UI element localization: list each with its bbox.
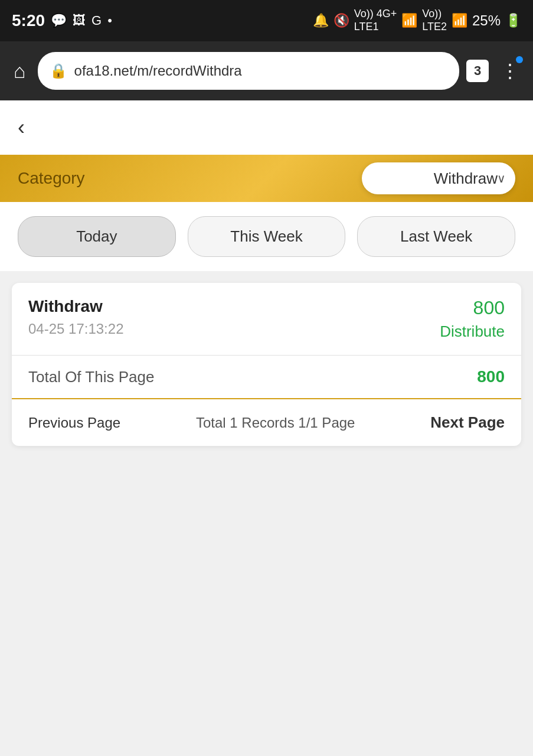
battery-icon: 🔋 xyxy=(505,13,521,28)
next-page-button[interactable]: Next Page xyxy=(430,413,505,432)
status-left: 5:20 💬 🖼 G • xyxy=(12,11,112,30)
menu-notification-dot xyxy=(516,56,523,63)
menu-button[interactable]: ⋮ xyxy=(496,55,524,87)
filter-last-week-button[interactable]: Last Week xyxy=(357,216,515,257)
pagination-row: Previous Page Total 1 Records 1/1 Page N… xyxy=(12,399,521,446)
total-label: Total Of This Page xyxy=(28,368,154,386)
network1-label: Vo)) 4G+LTE1 xyxy=(354,8,397,33)
home-button[interactable]: ⌂ xyxy=(9,55,31,87)
gallery-icon: 🖼 xyxy=(73,13,86,28)
main-content: ‹ Category Withdraw Deposit ∨ Today This… xyxy=(0,100,533,756)
battery-level: 25% xyxy=(472,12,501,29)
address-bar[interactable]: 🔒 ofa18.net/m/recordWithdra xyxy=(38,52,459,90)
filter-today-button[interactable]: Today xyxy=(18,216,176,257)
mute-icon: 🔇 xyxy=(333,13,349,28)
message-icon: 💬 xyxy=(51,13,67,28)
signal1-icon: 📶 xyxy=(401,13,417,28)
previous-page-button[interactable]: Previous Page xyxy=(28,415,120,431)
category-select[interactable]: Withdraw Deposit xyxy=(362,162,515,194)
total-value: 800 xyxy=(477,367,505,386)
filter-row: Today This Week Last Week xyxy=(0,202,533,271)
back-row: ‹ xyxy=(0,100,533,155)
record-right: 800 Distribute xyxy=(440,297,505,341)
total-row: Total Of This Page 800 xyxy=(12,356,521,399)
filter-this-week-button[interactable]: This Week xyxy=(188,216,346,257)
status-time: 5:20 xyxy=(12,11,45,30)
signal2-icon: 📶 xyxy=(452,13,467,28)
category-label: Category xyxy=(18,169,350,188)
dot-icon: • xyxy=(107,13,112,28)
network2-label: Vo))LTE2 xyxy=(422,8,447,33)
alarm-icon: 🔔 xyxy=(313,13,329,28)
url-text: ofa18.net/m/recordWithdra xyxy=(74,63,447,79)
menu-icon: ⋮ xyxy=(501,60,519,82)
status-right: 🔔 🔇 Vo)) 4G+LTE1 📶 Vo))LTE2 📶 25% 🔋 xyxy=(313,8,521,33)
category-select-wrapper: Withdraw Deposit ∨ xyxy=(362,162,515,194)
records-card: Withdraw 04-25 17:13:22 800 Distribute T… xyxy=(12,283,521,446)
lock-icon: 🔒 xyxy=(50,63,67,79)
tab-count[interactable]: 3 xyxy=(466,60,489,82)
google-icon: G xyxy=(91,13,102,28)
category-bar: Category Withdraw Deposit ∨ xyxy=(0,155,533,202)
record-date: 04-25 17:13:22 xyxy=(28,321,123,337)
pagination-info: Total 1 Records 1/1 Page xyxy=(196,415,355,431)
back-button[interactable]: ‹ xyxy=(18,117,25,138)
record-left: Withdraw 04-25 17:13:22 xyxy=(28,297,123,337)
record-type: Withdraw xyxy=(28,297,123,316)
status-bar: 5:20 💬 🖼 G • 🔔 🔇 Vo)) 4G+LTE1 📶 Vo))LTE2… xyxy=(0,0,533,41)
browser-bar: ⌂ 🔒 ofa18.net/m/recordWithdra 3 ⋮ xyxy=(0,41,533,100)
table-row: Withdraw 04-25 17:13:22 800 Distribute xyxy=(12,283,521,356)
record-status: Distribute xyxy=(440,322,505,341)
record-amount: 800 xyxy=(440,297,505,319)
